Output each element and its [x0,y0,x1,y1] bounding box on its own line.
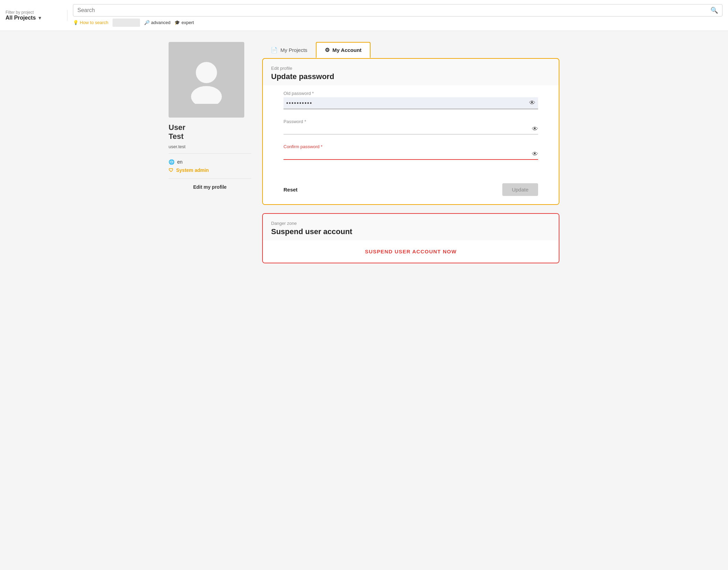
avatar [169,42,244,118]
user-role: 🛡 System admin [169,167,251,173]
user-meta: 🌐 en 🛡 System admin [169,159,251,179]
new-password-input[interactable] [283,126,532,132]
update-password-card: Edit profile Update password Old passwor… [262,58,559,205]
advanced-link[interactable]: 🔎 advanced [144,20,170,25]
new-password-field: Password * 👁 [283,119,538,134]
search-input[interactable] [77,7,708,13]
user-language: 🌐 en [169,159,251,165]
user-profile-sidebar: User Test user.test 🌐 en 🛡 System admin … [169,42,251,263]
svg-point-0 [196,62,217,83]
card-footer: Reset Update [263,178,559,204]
bulb-icon: 💡 [73,20,78,25]
danger-zone-card: Danger zone Suspend user account SUSPEND… [262,213,559,263]
confirm-password-toggle-icon[interactable]: 👁 [532,151,538,158]
filter-value-text: All Projects [6,15,36,21]
projects-icon: 📄 [271,47,278,53]
old-password-toggle-icon[interactable]: 👁 [529,99,535,107]
danger-body: SUSPEND USER ACCOUNT NOW [263,240,559,263]
confirm-password-label: Confirm password * [283,144,538,149]
search-icon: 🔍 [710,7,718,14]
svg-point-1 [191,86,222,104]
confirm-password-field: Confirm password * 👁 [283,144,538,160]
old-password-input-wrap: 👁 [283,97,538,109]
expert-icon: 🎓 [174,20,180,25]
search-bar: 🔍 [73,4,722,17]
tab-my-projects[interactable]: 📄 My Projects [262,42,316,58]
advanced-icon: 🔎 [144,20,150,25]
header: Filter by project All Projects ▾ 🔍 💡 How… [0,0,728,31]
card-header: Edit profile Update password [263,59,559,85]
card-subtitle: Edit profile [271,66,550,71]
old-password-field: Old password * 👁 [283,91,538,109]
confirm-password-input-wrap: 👁 [283,151,538,160]
old-password-input[interactable] [286,100,529,106]
user-username: user.test [169,144,251,154]
tabs: 📄 My Projects ⚙ My Account [262,42,559,58]
card-title: Update password [271,72,550,81]
hint-separator [113,19,140,27]
search-section: 🔍 💡 How to search 🔎 advanced 🎓 expert [73,4,722,27]
edit-profile-link[interactable]: Edit my profile [169,184,251,190]
tab-my-account[interactable]: ⚙ My Account [316,42,370,58]
suspend-button[interactable]: SUSPEND USER ACCOUNT NOW [365,249,457,254]
filter-label: Filter by project [6,10,34,15]
how-to-search-link[interactable]: 💡 How to search [73,20,108,25]
content-area: 📄 My Projects ⚙ My Account Edit profile … [262,42,559,263]
main-layout: User Test user.test 🌐 en 🛡 System admin … [158,31,570,274]
shield-icon: 🛡 [169,167,173,173]
danger-subtitle: Danger zone [271,221,550,226]
update-button[interactable]: Update [502,183,538,196]
old-password-label: Old password * [283,91,538,96]
search-hints: 💡 How to search 🔎 advanced 🎓 expert [73,19,722,27]
danger-title: Suspend user account [271,227,550,236]
new-password-label: Password * [283,119,538,124]
danger-header: Danger zone Suspend user account [263,214,559,240]
globe-icon: 🌐 [169,159,174,165]
new-password-input-wrap: 👁 [283,125,538,134]
filter-dropdown[interactable]: All Projects ▾ [6,15,41,21]
expert-link[interactable]: 🎓 expert [174,20,194,25]
card-body: Old password * 👁 Password * 👁 [263,85,559,178]
filter-section: Filter by project All Projects ▾ [6,10,67,21]
user-fullname: User Test [169,123,251,141]
reset-button[interactable]: Reset [283,187,298,193]
confirm-password-input[interactable] [283,151,532,157]
chevron-down-icon: ▾ [39,15,41,21]
new-password-toggle-icon[interactable]: 👁 [532,125,538,133]
account-icon: ⚙ [325,47,330,53]
